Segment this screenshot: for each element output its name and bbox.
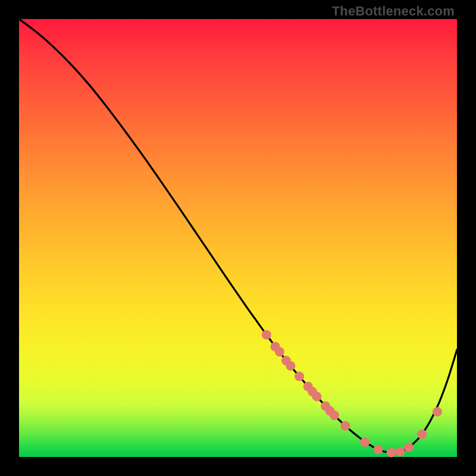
watermark-text: TheBottleneck.com: [332, 4, 455, 19]
highlight-marker: [312, 392, 321, 401]
plot-area: [19, 19, 457, 457]
highlight-marker: [330, 411, 339, 420]
highlight-marker: [395, 447, 405, 456]
highlight-markers: [262, 330, 442, 458]
chart-stage: TheBottleneck.com: [0, 0, 476, 476]
highlight-marker: [360, 437, 369, 447]
highlight-marker: [433, 407, 442, 416]
highlight-marker: [286, 361, 295, 371]
highlight-marker: [340, 421, 350, 431]
highlight-marker: [387, 448, 396, 458]
highlight-marker: [404, 443, 414, 452]
chart-svg: [19, 19, 457, 457]
highlight-marker: [275, 347, 284, 356]
highlight-marker: [374, 444, 383, 454]
highlight-marker: [262, 330, 271, 340]
bottleneck-curve: [19, 19, 457, 453]
highlight-marker: [295, 372, 304, 381]
highlight-marker: [417, 430, 427, 439]
